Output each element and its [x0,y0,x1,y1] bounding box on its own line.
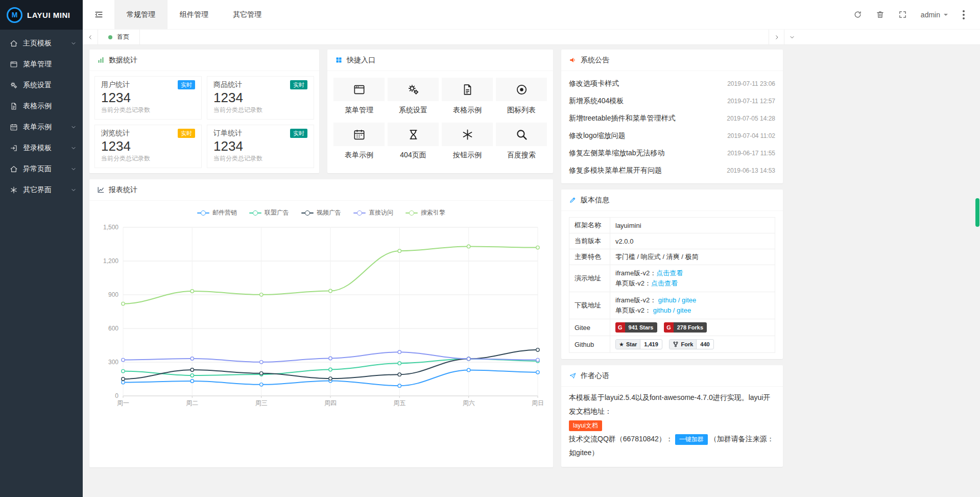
top-tab-regular-management[interactable]: 常规管理 [114,0,168,29]
top-tab-other-management[interactable]: 其它管理 [221,0,274,29]
download-link-gitee-single[interactable]: gitee [677,306,691,314]
sidebar-item-table-examples[interactable]: 表格示例 [0,96,83,116]
svg-text:1,500: 1,500 [103,224,118,231]
notice-item[interactable]: 修复左侧菜单缩放tab无法移动 2019-06-17 11:55 [569,145,775,162]
menu-fold-icon[interactable] [83,10,114,19]
shortcut-table-example[interactable]: 表格示例 [442,78,493,115]
tabs-menu-icon[interactable] [784,30,799,44]
sidebar-item-label: 登录模板 [23,144,52,153]
sidebar-item-home-templates[interactable]: 主页模板 [0,33,83,54]
chevron-down-icon [70,145,77,151]
pencil-icon [569,196,577,204]
report-card: 报表统计 邮件营销联盟广告视频广告直接访问搜索引擎 03006009001,20… [89,179,553,467]
svg-text:300: 300 [108,359,118,366]
download-link-github-single[interactable]: github [653,306,671,314]
window-icon [353,83,366,96]
logo-icon: M [7,7,22,23]
legend-item[interactable]: 联盟广告 [249,208,289,217]
sidebar-item-error-pages[interactable]: 异常页面 [0,158,83,179]
gitee-logo-icon: G [664,322,674,333]
legend-marker-icon [405,210,418,216]
page-scrollbar[interactable] [975,198,979,227]
chevron-down-icon [70,187,77,193]
download-link-gitee-iframe[interactable]: gitee [682,296,696,304]
tabs-scroll-right-icon[interactable] [769,30,784,44]
table-row: 主要特色 零门槛 / 响应式 / 清爽 / 极简 [569,249,775,265]
app-title: LAYUI MINI [27,11,70,19]
sidebar-item-form-examples[interactable]: 表单示例 [0,116,83,137]
notice-item[interactable]: 修改选项卡样式 2019-07-11 23:06 [569,75,775,92]
gitee-stars-badge[interactable]: G 941 Stars [615,322,657,333]
github-star-badge[interactable]: ★Star 1,419 [615,339,662,349]
window-icon [10,60,18,68]
fullscreen-icon[interactable] [898,10,907,19]
legend-marker-icon [197,210,209,216]
stat-value: 1234 [101,138,195,154]
legend-marker-icon [301,210,314,216]
download-link-github-iframe[interactable]: github [658,296,676,304]
table-row: 框架名称 layuimini [569,218,775,233]
shortcut-menu-management[interactable]: 菜单管理 [333,78,385,115]
stats-card: 数据统计 用户统计 实时 1234 当前分类总记录数 [89,50,319,173]
shortcut-404-page[interactable]: 404页面 [388,123,439,160]
refresh-icon[interactable] [853,10,862,19]
notice-card: 系统公告 修改选项卡样式 2019-07-11 23:06 新增系统404模板 … [561,50,783,183]
shortcut-system-settings[interactable]: 系统设置 [388,78,439,115]
demo-link-iframe[interactable]: 点击查看 [656,269,683,277]
stat-caption: 当前分类总记录数 [101,154,195,163]
svg-text:周日: 周日 [532,399,544,407]
fork-icon [673,341,679,347]
notice-item[interactable]: 新增treetable插件和菜单管理样式 2019-07-05 14:28 [569,110,775,127]
legend-item[interactable]: 直接访问 [353,208,393,217]
legend-item[interactable]: 视频广告 [301,208,341,217]
stat-caption: 当前分类总记录数 [101,106,195,114]
gitee-forks-badge[interactable]: G 278 Forks [664,322,707,333]
legend-item[interactable]: 邮件营销 [197,208,237,217]
sidebar-item-other-pages[interactable]: 其它界面 [0,179,83,200]
app-logo[interactable]: M LAYUI MINI [0,0,83,30]
sidebar-item-menu-management[interactable]: 菜单管理 [0,54,83,75]
sidebar-item-label: 主页模板 [23,39,52,48]
demo-link-single-page[interactable]: 点击查看 [651,279,678,287]
sidebar-item-system-settings[interactable]: 系统设置 [0,75,83,96]
table-row: 演示地址 iframe版-v2：点击查看 单页版-v2：点击查看 [569,265,775,292]
sidebar-item-login-templates[interactable]: 登录模板 [0,137,83,158]
tab-home[interactable]: 首页 [98,30,140,44]
row-label: Gitee [569,319,610,336]
layui-doc-badge[interactable]: layui文档 [569,420,602,431]
notice-item[interactable]: 修改logo缩放问题 2019-07-04 11:02 [569,127,775,145]
row-label: 主要特色 [569,249,610,265]
bar-chart-icon [97,56,105,64]
clear-cache-icon[interactable] [876,10,885,19]
chevron-down-icon [70,166,77,172]
user-menu[interactable]: admin [921,11,948,19]
notice-item[interactable]: 新增系统404模板 2019-07-11 12:57 [569,92,775,110]
github-fork-badge[interactable]: Fork 440 [669,339,713,349]
stat-value: 1234 [213,138,307,154]
asterisk-icon [10,186,18,194]
card-title: 作者心语 [581,371,609,381]
legend-item[interactable]: 搜索引擎 [405,208,445,217]
active-tab-dot [108,35,112,39]
shortcut-form-example[interactable]: 表单示例 [333,123,385,160]
card-title: 系统公告 [581,56,609,65]
shortcut-baidu-search[interactable]: 百度搜索 [496,123,547,160]
more-menu-icon[interactable] [962,9,966,20]
qq-group-badge[interactable]: 一键加群 [675,434,708,445]
tabs-scroll-left-icon[interactable] [83,30,98,44]
notice-item[interactable]: 修复多模块菜单栏展开有问题 2019-06-13 14:53 [569,162,775,179]
row-label: 演示地址 [569,265,610,292]
stat-value: 1234 [101,89,195,106]
card-title: 版本信息 [581,196,609,205]
sidebar-menu: 主页模板 菜单管理 系统设置 表格示例 表单示例 登录 [0,30,83,200]
table-row: 当前版本 v2.0.0 [569,233,775,249]
svg-text:900: 900 [108,291,118,298]
top-tab-component-management[interactable]: 组件管理 [168,0,221,29]
hourglass-icon [407,128,420,141]
svg-text:周四: 周四 [324,399,337,407]
shortcut-button-example[interactable]: 按钮示例 [442,123,493,160]
svg-text:周五: 周五 [393,399,405,407]
shortcut-icon-list[interactable]: 图标列表 [496,78,547,115]
realtime-badge: 实时 [178,80,195,89]
realtime-badge: 实时 [290,129,307,138]
